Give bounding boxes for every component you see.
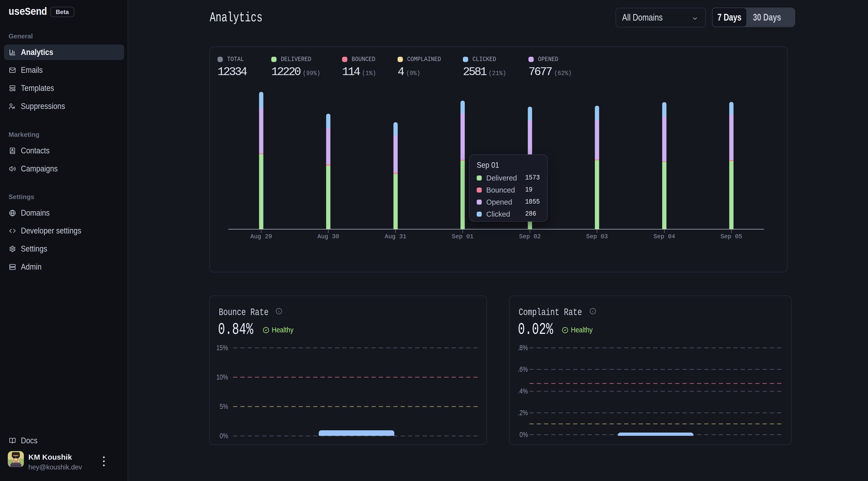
svg-text:Aug 31: Aug 31 — [385, 233, 406, 240]
svg-text:Sep 02: Sep 02 — [519, 233, 541, 240]
svg-text:Sep 05: Sep 05 — [720, 233, 742, 240]
svg-text:Sep 01: Sep 01 — [452, 233, 473, 240]
svg-text:Aug 30: Aug 30 — [317, 233, 339, 240]
svg-text:Sep 04: Sep 04 — [653, 233, 675, 240]
svg-text:Sep 03: Sep 03 — [586, 233, 608, 240]
svg-text:Aug 29: Aug 29 — [250, 233, 272, 240]
